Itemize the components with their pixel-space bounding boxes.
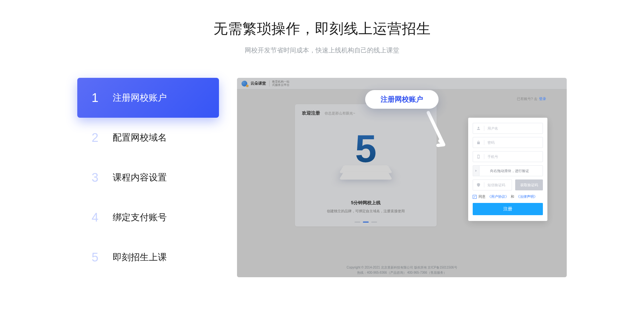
step-4[interactable]: 4 绑定支付账号 [77, 197, 219, 237]
login-hint-prefix: 已有账号? 去 [517, 97, 537, 101]
phone-field[interactable]: 手机号 [473, 151, 543, 162]
carousel-dots[interactable] [295, 222, 437, 223]
footer-copyright: Copyright © 2014-2021 北京昱新科技有限公司 版权所有 京I… [346, 265, 457, 270]
logo-icon [242, 81, 247, 87]
agree-and: 和 [511, 194, 514, 199]
welcome-line2: 创建独立的品牌，可绑定自主域名，注册直接使用 [295, 209, 437, 214]
login-hint: 已有账号? 去 登录 [517, 96, 546, 101]
step-number: 1 [77, 91, 113, 105]
step-number: 3 [77, 171, 113, 185]
sms-code-field[interactable]: 短信验证码 [473, 179, 512, 190]
register-button[interactable]: 注册 [473, 203, 543, 215]
step-label: 课程内容设置 [113, 171, 167, 184]
phone-placeholder: 手机号 [488, 154, 498, 159]
shield-icon [476, 183, 481, 187]
username-field[interactable]: 用户名 [473, 123, 543, 134]
login-link[interactable]: 登录 [539, 97, 546, 101]
step-label: 注册网校账户 [113, 92, 167, 104]
preview-header: 云朵课堂 教育机构一站 式服务云平台 [237, 78, 567, 89]
page-subtitle: 网校开发节省时间成本，快速上线机构自己的线上课堂 [245, 46, 399, 55]
preview-panel: 云朵课堂 教育机构一站 式服务云平台 注册网校账户 已有账号? 去 登录 欢迎注… [237, 78, 567, 277]
lock-icon [476, 140, 481, 145]
step-2[interactable]: 2 配置网校域名 [77, 118, 219, 158]
slider-handle-icon[interactable] [473, 166, 479, 176]
hero-graphic: 5 [338, 133, 393, 188]
footer-hotline: 热线：400-965-8366（产品咨询） 400-965-7366（售后服务） [357, 270, 446, 275]
callout-arrow-icon [425, 110, 448, 149]
step-number: 4 [77, 211, 113, 224]
user-agreement-link[interactable]: 《用户协议》 [488, 194, 509, 199]
step-number: 5 [77, 251, 113, 264]
step-3[interactable]: 3 课程内容设置 [77, 158, 219, 197]
step-label: 即刻招生上课 [113, 251, 167, 263]
welcome-title: 欢迎注册 [302, 110, 320, 116]
register-form: 用户名 密码 手机号 [468, 118, 547, 221]
sms-code-placeholder: 短信验证码 [488, 183, 505, 187]
slider-placeholder: 向右拖动滑块，进行验证 [479, 169, 539, 173]
legal-link[interactable]: 《法律声明》 [516, 194, 537, 199]
phone-icon [476, 154, 481, 159]
username-placeholder: 用户名 [488, 126, 498, 131]
slider-captcha[interactable]: 向右拖动滑块，进行验证 [473, 165, 543, 176]
step-5[interactable]: 5 即刻招生上课 [77, 237, 219, 277]
big-figure: 5 [355, 133, 377, 164]
preview-footer: Copyright © 2014-2021 北京昱新科技有限公司 版权所有 京I… [237, 263, 567, 277]
logo-text: 云朵课堂 [251, 81, 266, 86]
logo-tagline: 教育机构一站 式服务云平台 [269, 80, 289, 87]
welcome-line1: 5分钟网校上线 [295, 200, 437, 206]
agree-row: ✓ 同意 《用户协议》 和 《法律声明》 [473, 194, 543, 199]
welcome-sub: 你总是那么有眼光~ [325, 111, 355, 115]
callout-bubble: 注册网校账户 [365, 90, 439, 109]
agree-checkbox[interactable]: ✓ [473, 195, 477, 199]
page-title: 无需繁琐操作，即刻线上运营招生 [213, 19, 431, 38]
welcome-card: 欢迎注册 你总是那么有眼光~ 5 5分钟网校上线 创建独立的品牌，可绑定自主域名… [295, 104, 437, 226]
password-field[interactable]: 密码 [473, 137, 543, 148]
get-code-button[interactable]: 获取验证码 [515, 179, 543, 190]
step-label: 绑定支付账号 [113, 211, 167, 224]
step-1[interactable]: 1 注册网校账户 [77, 78, 219, 118]
password-placeholder: 密码 [488, 140, 495, 145]
step-number: 2 [77, 131, 113, 145]
step-label: 配置网校域名 [113, 132, 167, 144]
steps-list: 1 注册网校账户 2 配置网校域名 3 课程内容设置 4 绑定支付账号 5 即刻… [77, 78, 219, 277]
agree-prefix: 同意 [478, 194, 486, 199]
user-icon [476, 126, 481, 131]
